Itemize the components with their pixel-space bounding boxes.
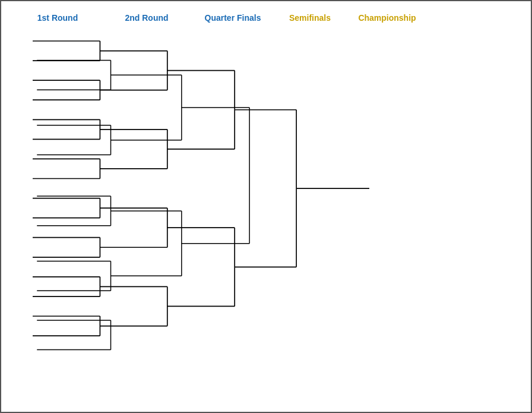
bracket-container: 1st Round 2nd Round Quarter Finals Semif… bbox=[1, 1, 531, 412]
bracket-diagram bbox=[19, 31, 515, 387]
